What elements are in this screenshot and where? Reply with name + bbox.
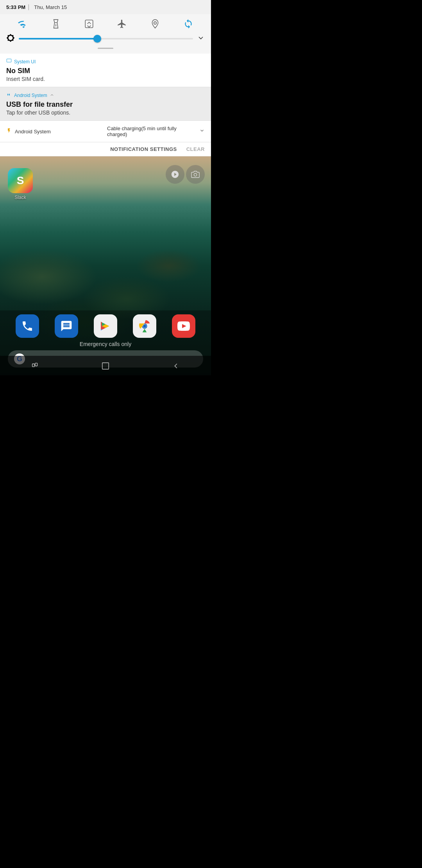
- charging-app-name: Android System: [15, 129, 104, 135]
- back-button[interactable]: [166, 360, 186, 372]
- status-bar: 5:33 PM | Thu, March 15: [0, 0, 211, 14]
- nosim-title: No SIM: [6, 67, 205, 75]
- quick-settings-expand[interactable]: [197, 34, 205, 43]
- svg-point-13: [143, 325, 146, 328]
- transfer-quick-icon[interactable]: [84, 19, 94, 29]
- status-divider: |: [28, 4, 29, 11]
- autosync-quick-icon[interactable]: [183, 19, 193, 29]
- dock-icons-row: [8, 314, 203, 338]
- wifi-quick-icon[interactable]: [18, 19, 28, 29]
- notification-clear-button[interactable]: CLEAR: [186, 146, 205, 152]
- chrome-dock-icon[interactable]: [133, 314, 156, 338]
- usb-icon: [6, 92, 12, 99]
- emergency-calls-text: Emergency calls only: [8, 341, 203, 347]
- home-screen: S Slack: [0, 156, 211, 375]
- brightness-slider[interactable]: [19, 35, 193, 43]
- usb-app-name: Android System: [14, 93, 47, 98]
- svg-rect-15: [35, 363, 38, 366]
- systemui-icon: [6, 58, 12, 65]
- charging-expand-icon[interactable]: [199, 128, 205, 135]
- usb-body: Tap for other USB options.: [6, 109, 205, 116]
- status-date: Thu, March 15: [34, 4, 67, 10]
- usb-title: USB for file transfer: [6, 100, 205, 109]
- location-quick-icon[interactable]: [150, 19, 160, 29]
- airplane-quick-icon[interactable]: [117, 19, 127, 29]
- notification-settings-button[interactable]: NOTIFICATION SETTINGS: [110, 146, 177, 152]
- brightness-row: [6, 34, 205, 44]
- slack-label: Slack: [14, 195, 26, 200]
- svg-rect-2: [85, 20, 93, 28]
- nosim-notification[interactable]: System UI No SIM Insert SIM card.: [0, 54, 211, 87]
- quick-settings-panel: [0, 14, 211, 54]
- slack-app-icon[interactable]: S Slack: [8, 168, 33, 200]
- charging-body: Cable charging(5 min until fully charged…: [107, 126, 196, 137]
- flashlight-quick-icon[interactable]: [51, 19, 61, 29]
- phone-dock-icon[interactable]: [16, 314, 39, 338]
- charging-icon: [6, 128, 12, 135]
- home-button[interactable]: [96, 360, 115, 372]
- svg-rect-14: [32, 364, 35, 367]
- drag-handle: [6, 47, 205, 50]
- corner-icons: [166, 165, 205, 184]
- youtube-dock-icon[interactable]: [172, 314, 195, 338]
- svg-rect-16: [102, 363, 109, 369]
- assistive-touch-icon[interactable]: [166, 165, 184, 184]
- nosim-body: Insert SIM card.: [6, 76, 205, 82]
- svg-point-3: [154, 22, 157, 25]
- playstore-dock-icon[interactable]: [94, 314, 117, 338]
- navigation-bar: [0, 356, 211, 375]
- svg-rect-4: [7, 59, 11, 62]
- nosim-app-name: System UI: [14, 59, 36, 65]
- brightness-icon: [6, 34, 15, 44]
- notification-bottom-bar: NOTIFICATION SETTINGS CLEAR: [0, 142, 211, 156]
- screenshot-icon[interactable]: [186, 165, 205, 184]
- recent-apps-button[interactable]: [25, 360, 45, 372]
- svg-point-5: [194, 173, 197, 176]
- status-time: 5:33 PM: [6, 4, 25, 10]
- quick-icons-row: [6, 19, 205, 29]
- slack-icon-image: S: [8, 168, 33, 193]
- messages-dock-icon[interactable]: [55, 314, 78, 338]
- usb-notification[interactable]: Android System USB for file transfer Tap…: [0, 87, 211, 121]
- charging-notification[interactable]: Android System Cable charging(5 min unti…: [0, 121, 211, 142]
- usb-expand-icon[interactable]: [50, 92, 54, 99]
